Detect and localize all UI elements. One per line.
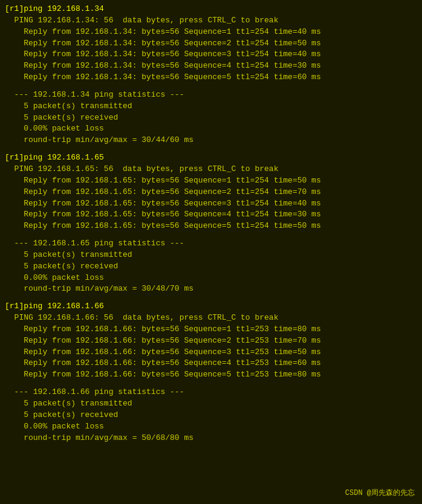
stats-2-3: 0.00% packet loss — [5, 273, 417, 284]
spacer-1b — [5, 146, 417, 152]
stats-header-1: --- 192.168.1.34 ping statistics --- — [5, 89, 417, 101]
watermark: CSDN @周先森的先忘 — [345, 488, 415, 498]
ping-header-2: PING 192.168.1.65: 56 data bytes, press … — [5, 164, 417, 175]
reply-2-2: Reply from 192.168.1.65: bytes=56 Sequen… — [5, 187, 417, 198]
stats-1-3: 0.00% packet loss — [5, 123, 417, 135]
stats-header-3: --- 192.168.1.66 ping statistics --- — [5, 387, 417, 398]
spacer-2a — [5, 232, 417, 238]
reply-3-1: Reply from 192.168.1.66: bytes=56 Sequen… — [5, 324, 417, 335]
terminal-window: [r1]ping 192.168.1.34 PING 192.168.1.34:… — [0, 0, 422, 504]
stats-1-2: 5 packet(s) received — [5, 112, 417, 124]
ping-header-1: PING 192.168.1.34: 56 data bytes, press … — [5, 15, 417, 27]
command-line-1: [r1]ping 192.168.1.34 — [5, 4, 417, 15]
stats-1-1: 5 packet(s) transmitted — [5, 101, 417, 112]
spacer-1a — [5, 83, 417, 89]
stats-3-1: 5 packet(s) transmitted — [5, 398, 417, 410]
reply-3-5: Reply from 192.168.1.66: bytes=56 Sequen… — [5, 369, 417, 381]
stats-2-4: round-trip min/avg/max = 30/48/70 ms — [5, 283, 417, 295]
reply-1-1: Reply from 192.168.1.34: bytes=56 Sequen… — [5, 27, 417, 38]
stats-3-4: round-trip min/avg/max = 50/68/80 ms — [5, 433, 417, 444]
command-line-3: [r1]ping 192.168.1.66 — [5, 301, 417, 312]
command-line-2: [r1]ping 192.168.1.65 — [5, 152, 417, 164]
stats-2-2: 5 packet(s) received — [5, 261, 417, 273]
reply-1-4: Reply from 192.168.1.34: bytes=56 Sequen… — [5, 60, 417, 72]
stats-header-2: --- 192.168.1.65 ping statistics --- — [5, 238, 417, 250]
stats-3-3: 0.00% packet loss — [5, 421, 417, 433]
reply-3-2: Reply from 192.168.1.66: bytes=56 Sequen… — [5, 335, 417, 347]
stats-3-2: 5 packet(s) received — [5, 410, 417, 421]
spacer-2b — [5, 295, 417, 301]
reply-2-1: Reply from 192.168.1.65: bytes=56 Sequen… — [5, 175, 417, 187]
reply-1-2: Reply from 192.168.1.34: bytes=56 Sequen… — [5, 38, 417, 50]
reply-3-4: Reply from 192.168.1.66: bytes=56 Sequen… — [5, 358, 417, 369]
ping-header-3: PING 192.168.1.66: 56 data bytes, press … — [5, 312, 417, 324]
reply-1-5: Reply from 192.168.1.34: bytes=56 Sequen… — [5, 72, 417, 83]
reply-2-5: Reply from 192.168.1.65: bytes=56 Sequen… — [5, 221, 417, 232]
stats-1-4: round-trip min/avg/max = 30/44/60 ms — [5, 135, 417, 146]
reply-2-4: Reply from 192.168.1.65: bytes=56 Sequen… — [5, 209, 417, 221]
reply-1-3: Reply from 192.168.1.34: bytes=56 Sequen… — [5, 49, 417, 60]
reply-3-3: Reply from 192.168.1.66: bytes=56 Sequen… — [5, 347, 417, 358]
stats-2-1: 5 packet(s) transmitted — [5, 250, 417, 261]
spacer-3a — [5, 381, 417, 387]
reply-2-3: Reply from 192.168.1.65: bytes=56 Sequen… — [5, 198, 417, 210]
